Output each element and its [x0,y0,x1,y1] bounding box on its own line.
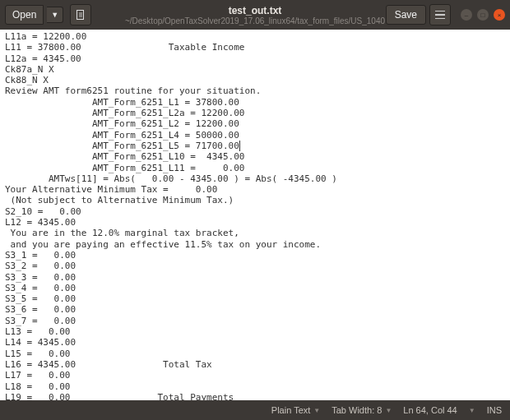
editor-line: (Not subject to Alternative Minimum Tax.… [5,195,505,205]
editor-line: S2_10 = 0.00 [5,206,505,217]
open-dropdown-arrow[interactable]: ▼ [47,7,63,23]
editor-line: L15 = 0.00 [5,348,505,359]
statusbar: Plain Text▼ Tab Width: 8▼ Ln 64, Col 44 … [0,400,510,420]
editor-line: S3_2 = 0.00 [5,261,505,271]
editor-line: AMT_Form_6251_L5 = 71700.00 [5,141,505,151]
editor-line: L12 = 4345.00 [5,217,505,228]
editor-line: AMTws[11] = Abs( 0.00 - 4345.00 ) = Abs(… [5,173,505,184]
editor-line: AMT_Form_6251_L2 = 12200.00 [5,118,505,129]
editor-line: S3_1 = 0.00 [5,250,505,261]
syntax-mode-selector[interactable]: Plain Text▼ [271,405,320,415]
save-button[interactable]: Save [386,5,426,25]
cursor-position-selector[interactable]: Ln 64, Col 44 ▼ [403,405,475,415]
editor-line: AMT_Form_6251_L1 = 37800.00 [5,97,505,108]
editor-line: L13 = 0.00 [5,326,505,337]
minimize-button[interactable]: – [461,9,472,21]
maximize-button[interactable]: □ [477,9,489,21]
editor-line: S3_5 = 0.00 [5,293,505,304]
editor-line: S3_3 = 0.00 [5,272,505,283]
editor-line: L16 = 4345.00 Total Tax [5,359,505,370]
titlebar: Open ▼ test_out.txt ~/Desktop/OpenTaxSol… [0,0,510,30]
insert-mode-indicator[interactable]: INS [487,405,502,415]
new-document-icon [75,9,86,21]
editor-line: S3_6 = 0.00 [5,304,505,315]
editor-line: L19 = 0.00 Total Payments [5,392,505,400]
editor-line: AMT_Form_6251_L10 = 4345.00 [5,151,505,162]
editor-line: AMT_Form_6251_L11 = 0.00 [5,163,505,173]
open-button[interactable]: Open [5,5,44,25]
tab-width-selector[interactable]: Tab Width: 8▼ [332,405,392,415]
editor-line: AMT_Form_6251_L2a = 12200.00 [5,108,505,118]
editor-line: Ck87a_N X [5,64,505,75]
editor-line: S3_7 = 0.00 [5,316,505,326]
editor-line: L12a = 4345.00 [5,53,505,64]
editor-line: L11 = 37800.00 Taxable Income [5,42,505,53]
editor-line: and you are paying an effective 11.5% ta… [5,239,505,250]
text-editor-area[interactable]: L11a = 12200.00L11 = 37800.00 Taxable In… [0,30,510,400]
editor-line: L11a = 12200.00 [5,31,505,42]
new-document-button[interactable] [70,4,91,25]
hamburger-icon [435,11,445,12]
chevron-down-icon: ▼ [385,407,392,414]
editor-line: L18 = 0.00 [5,381,505,392]
editor-line: Ck88_N X [5,75,505,85]
chevron-down-icon: ▼ [313,407,320,414]
editor-line: L17 = 0.00 [5,370,505,381]
editor-line: L14 = 4345.00 [5,337,505,348]
editor-line: You are in the 12.0% marginal tax bracke… [5,228,505,238]
chevron-down-icon: ▼ [469,407,475,414]
editor-line: Review AMT form6251 routine for your sit… [5,85,505,96]
editor-line: AMT_Form_6251_L4 = 50000.00 [5,130,505,141]
editor-line: S3_4 = 0.00 [5,283,505,293]
editor-line: Your Alternative Minimum Tax = 0.00 [5,184,505,195]
close-button[interactable]: × [494,9,505,21]
hamburger-menu-button[interactable] [429,4,451,25]
